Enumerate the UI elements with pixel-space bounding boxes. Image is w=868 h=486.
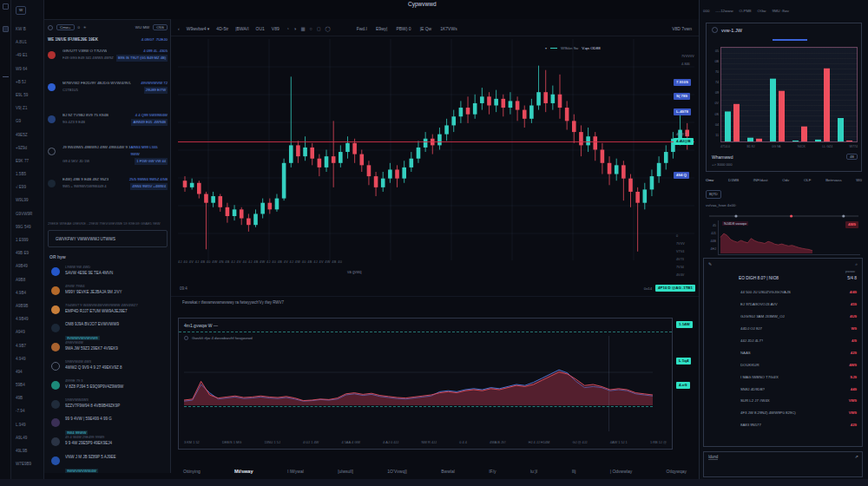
period-button[interactable]: B|7D <box>706 190 721 199</box>
right-tab[interactable]: W0 <box>856 178 862 182</box>
feed-item[interactable]: 7G4WV7 9 W4WVW4WVWVWWW 4WV4WZ7EMP4D RJJ7… <box>44 303 171 322</box>
top-nav-link[interactable]: 9MU :8wv <box>773 9 790 13</box>
bottom-tab-active[interactable]: Mi/sway <box>234 469 253 474</box>
top-nav-link[interactable]: OGw <box>757 9 766 13</box>
search-icon[interactable]: ⌕ <box>855 261 858 267</box>
toolbar-item[interactable]: |BWA/I <box>235 26 248 31</box>
back-icon[interactable]: ‹ <box>178 26 180 31</box>
bottom-tab[interactable]: Otlqywqay <box>667 469 687 474</box>
divider-price-badge[interactable]: 4P10 D @AG .1TB1 <box>655 285 695 292</box>
lower-area-svg[interactable] <box>184 350 653 407</box>
right-tab[interactable]: Odv <box>782 178 789 182</box>
table-row[interactable]: EJ 97DA9OVOJ3 AVV459 <box>704 299 864 311</box>
toolbar-item[interactable]: 1K7VWs <box>440 26 457 31</box>
toolbar-item[interactable]: E9wy| <box>376 26 388 31</box>
right-tab[interactable]: INF/dust <box>753 178 768 182</box>
bar-chart-svg[interactable] <box>721 48 857 141</box>
toolbar-item[interactable]: Fwd.I <box>357 26 367 31</box>
right-tab[interactable]: D1MB <box>728 178 739 182</box>
ticker-item[interactable]: W7E9B9 <box>11 457 44 470</box>
ticker-item[interactable]: -7.94 <box>11 404 44 417</box>
collapse-icon[interactable] <box>3 76 9 77</box>
toolbar-item[interactable]: W9wvbw4 ▾ <box>187 26 210 31</box>
ticker-item[interactable]: A.8U1 <box>11 36 44 49</box>
toolbar-item[interactable]: 4D-5tr <box>216 26 228 31</box>
ticker-item[interactable]: √ E99 <box>11 181 44 194</box>
top-nav-link[interactable]: O-PM8 <box>740 9 752 13</box>
toolbar-icon[interactable]: ◑ <box>293 26 296 31</box>
bottom-tab[interactable]: | Odvwwlay <box>610 469 632 474</box>
ticker-item[interactable]: A9B49 <box>11 259 44 273</box>
ticker-item[interactable]: 1.5B5 <box>11 167 44 181</box>
main-chart-svg[interactable] <box>178 39 694 260</box>
ticker-item[interactable]: +9Z9d <box>11 141 44 154</box>
ticker-item[interactable]: KW B <box>11 23 44 36</box>
ticker-item[interactable]: A9B9B <box>11 299 44 312</box>
ticker-item[interactable]: 49L9B <box>11 444 44 457</box>
ticker-item[interactable]: A9L49 <box>11 431 44 444</box>
watchlist-row[interactable]: M7WVW2 FE2D/9Y 4BJDG WVW/4/9VL49VWVWVW 7… <box>44 78 171 110</box>
toolbar-item[interactable]: OU1 <box>256 26 265 31</box>
watchlist-row[interactable]: BJ 9Z TV9BJ 8V9 75 K94B4 4 Q99 5W39W4W9G… <box>44 110 171 142</box>
toolbar-item[interactable]: |E Qw <box>420 26 432 31</box>
watchlist-row[interactable]: J9 9W49W5 49BW9J 49W 49W44W 9 3A9W4 M99 … <box>44 142 171 174</box>
table-row[interactable]: NAAS429 <box>704 346 864 358</box>
chart-toolbar-right[interactable]: V8D 7vwn <box>672 26 692 31</box>
ticker-item[interactable]: 4.949 <box>11 352 44 365</box>
ticker-item[interactable]: -49 E1 <box>11 49 44 62</box>
ticker-item[interactable]: W9L99 <box>11 194 44 207</box>
feed-item[interactable]: 59WVW4W 4W34WW2 Q 9V9 4 9 27 49EKV9Z 89 … <box>44 359 171 378</box>
ticker-item[interactable]: G9 <box>11 115 44 128</box>
table-row[interactable]: I MAG IWBNO T7G4/XSJ9 <box>704 371 864 383</box>
watchlist-row[interactable]: G9VU7T V39W O T7UVW4 099 4L .4305F49 G9G… <box>44 46 171 78</box>
ticker-item[interactable]: A949 <box>11 325 44 338</box>
table-row[interactable]: DOUKKUR4W9 <box>704 358 864 371</box>
ticker-item[interactable]: +B 5J <box>11 76 44 89</box>
toolbar-icon[interactable]: ◻ <box>317 26 321 31</box>
bottom-tab[interactable]: Ottinying <box>183 469 201 474</box>
feed-item[interactable]: L9WW 9W 4WDSAVW 4E9E 9E TEA 4MVN9VW PWVW… <box>44 265 171 284</box>
toolbar-icon[interactable]: ◔ <box>286 26 289 31</box>
ticker-mode-button[interactable]: W <box>16 6 26 15</box>
bottom-tab[interactable]: I IWywal <box>287 469 304 474</box>
ticker-item[interactable]: E9L 59 <box>11 89 44 102</box>
watchlist-right-chip[interactable]: O5S <box>153 24 168 30</box>
toolbar-icon[interactable]: ○ <box>310 26 312 31</box>
ticker-item[interactable]: W9 64 <box>11 62 44 76</box>
table-row[interactable]: 8A83 9N577429 <box>704 419 864 431</box>
ticker-item[interactable]: 4.9B7 <box>11 339 44 352</box>
top-nav-link[interactable]: 000 <box>703 9 709 13</box>
pencil-icon[interactable]: ✎ <box>708 261 712 266</box>
bar-footer-badge[interactable]: 4B <box>846 154 858 160</box>
top-nav-link[interactable]: ----12www <box>715 9 733 13</box>
feed-item[interactable]: 49WVW4W9MA JW 59Z3 29EK7 4V9EK99WVWVWVWV… <box>44 340 171 359</box>
feed-item[interactable]: 49VW 79W4M99Y 9EVKE JEJBAJA 9M J/VY9WWVW… <box>44 284 171 303</box>
bottom-tab[interactable]: lu:)I <box>530 469 537 474</box>
ticker-item[interactable]: 59B4 <box>11 378 44 391</box>
ticker-item[interactable]: 49B <box>11 391 44 404</box>
refresh-icon[interactable] <box>48 25 53 30</box>
lower-chart-header[interactable]: 4m1.gvwqw W — <box>179 319 672 332</box>
table-row[interactable]: 44DJ OJ 8J7W9 <box>704 323 864 335</box>
star-icon[interactable]: ✳ <box>83 25 87 30</box>
feed-item[interactable]: VNW J M JB 9Z89P 5 AJ9EE9WWVWVWW4W <box>44 454 171 473</box>
watchlist-filter-chip[interactable]: Cmw+ <box>56 24 75 30</box>
table-row[interactable]: SUR L2 J7 #W4XVW9 <box>704 395 864 407</box>
feed-item[interactable]: 4999E 79 3V 8Z8 PJ94 5 E9Q9P9V4Z9W9W9WWW… <box>44 378 171 397</box>
ticker-item[interactable]: V9| Z1 <box>11 102 44 115</box>
ticker-item[interactable]: A9B8 <box>11 273 44 286</box>
feed-item[interactable]: OM8 9J9A BVJO7 EVWVWW99VWWVWVWVW9 <box>44 321 171 340</box>
ticker-item[interactable]: 49B E9 <box>11 246 44 259</box>
bottom-tab[interactable]: Bwwlal <box>441 469 455 474</box>
bottom-tab[interactable]: 1O'Vvwq]| <box>387 469 407 474</box>
table-row[interactable]: GJG/90J 3AM J33MW_OJ4U9 <box>704 311 864 323</box>
right-tab[interactable]: Betrrvass <box>825 178 842 182</box>
table-row[interactable]: SN8J 4D9DB?449 <box>704 383 864 395</box>
ticker-item[interactable]: G9VW9R <box>11 207 44 220</box>
ticker-item[interactable]: 99G 549 <box>11 220 44 233</box>
ticker-item[interactable]: 494 <box>11 365 44 378</box>
ticker-item[interactable]: E9K 77 <box>11 154 44 167</box>
toolbar-icon[interactable]: ◯ <box>326 26 331 31</box>
ticker-item[interactable]: L.949 <box>11 418 44 431</box>
note-input-card[interactable]: Idund ⇗ <box>703 451 863 477</box>
